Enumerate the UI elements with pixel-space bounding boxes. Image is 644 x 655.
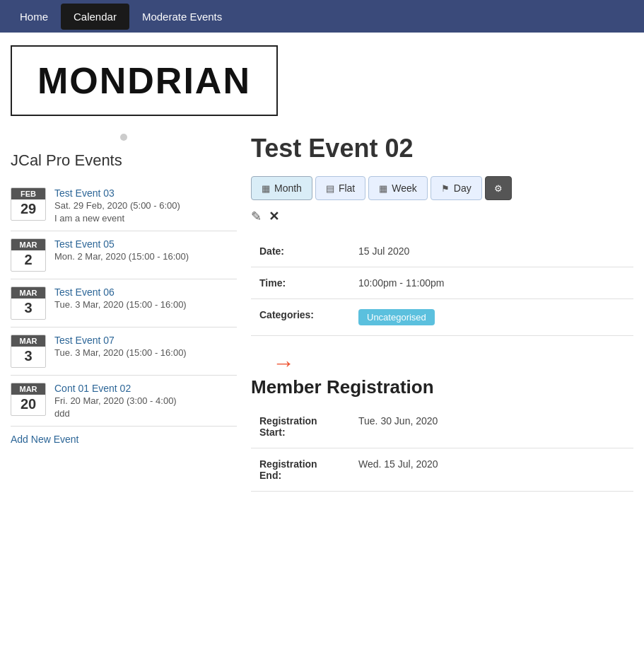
- settings-button[interactable]: ⚙: [485, 176, 512, 200]
- sidebar-event-item: Mar 3 Test Event 06 Tue. 3 Mar, 2020 (15…: [11, 279, 237, 328]
- content-area: Test Event 02 ▦ Month ▤ Flat ▦ Week ⚑ Da…: [251, 130, 633, 506]
- event-datetime: Sat. 29 Feb, 2020 (5:00 - 6:00): [54, 200, 237, 211]
- event-info: Test Event 06 Tue. 3 Mar, 2020 (15:00 - …: [54, 286, 237, 311]
- sidebar-divider: [11, 130, 237, 144]
- main-container: JCal Pro Events Feb 29 Test Event 03 Sat…: [0, 130, 644, 506]
- add-new-event-link[interactable]: Add New Event: [11, 434, 237, 445]
- view-month-button[interactable]: ▦ Month: [251, 176, 312, 200]
- detail-categories-row: Categories: Uncategorised: [251, 299, 633, 336]
- date-value: 15 Jul 2020: [350, 236, 633, 267]
- nav-calendar[interactable]: Calendar: [61, 4, 129, 30]
- reg-end-value: Wed. 15 Jul, 2020: [350, 448, 633, 492]
- logo-area: MONDRIAN: [11, 45, 633, 123]
- event-desc: I am a new event: [54, 213, 237, 224]
- logo-box: MONDRIAN: [11, 45, 278, 116]
- badge-month: Feb: [11, 188, 45, 199]
- reg-end-label: Registration End:: [251, 448, 350, 492]
- categories-label: Categories:: [251, 299, 350, 336]
- event-date-badge: Mar 20: [11, 383, 46, 416]
- sidebar-event-item: Mar 3 Test Event 07 Tue. 3 Mar, 2020 (15…: [11, 328, 237, 376]
- action-icons: ✎ ✕: [251, 209, 633, 224]
- event-datetime: Mon. 2 Mar, 2020 (15:00 - 16:00): [54, 251, 237, 262]
- red-arrow-icon: →: [272, 350, 295, 376]
- event-info: Test Event 07 Tue. 3 Mar, 2020 (15:00 - …: [54, 335, 237, 359]
- event-main-title: Test Event 02: [251, 134, 633, 163]
- week-label: Week: [392, 182, 417, 194]
- event-date-badge: Mar 2: [11, 238, 46, 272]
- month-label: Month: [274, 182, 302, 194]
- reg-end-row: Registration End: Wed. 15 Jul, 2020: [251, 448, 633, 492]
- badge-day: 2: [11, 250, 45, 271]
- view-toolbar: ▦ Month ▤ Flat ▦ Week ⚑ Day ⚙: [251, 176, 633, 200]
- sidebar: JCal Pro Events Feb 29 Test Event 03 Sat…: [11, 130, 237, 506]
- badge-day: 29: [11, 199, 45, 220]
- badge-month: Mar: [11, 239, 45, 250]
- badge-day: 3: [11, 298, 45, 319]
- badge-month: Mar: [11, 383, 45, 395]
- member-registration-title: Member Registration: [251, 376, 633, 398]
- registration-table: Registration Start: Tue. 30 Jun, 2020 Re…: [251, 405, 633, 492]
- time-label: Time:: [251, 267, 350, 299]
- edit-icon[interactable]: ✎: [251, 209, 262, 224]
- detail-date-row: Date: 15 Jul 2020: [251, 236, 633, 267]
- badge-day: 20: [11, 395, 45, 415]
- event-title-link[interactable]: Test Event 05: [54, 238, 115, 250]
- navbar: Home Calendar Moderate Events: [0, 0, 644, 33]
- event-date-badge: Mar 3: [11, 286, 46, 320]
- event-info: Test Event 05 Mon. 2 Mar, 2020 (15:00 - …: [54, 238, 237, 263]
- day-label: Day: [454, 182, 472, 194]
- event-datetime: Fri. 20 Mar, 2020 (3:00 - 4:00): [54, 395, 237, 406]
- divider-dot: [120, 134, 127, 141]
- flat-label: Flat: [339, 182, 355, 194]
- view-day-button[interactable]: ⚑ Day: [431, 176, 482, 200]
- week-icon: ▦: [379, 183, 387, 194]
- sidebar-event-item: Mar 20 Cont 01 Event 02 Fri. 20 Mar, 202…: [11, 376, 237, 427]
- badge-month: Mar: [11, 335, 45, 347]
- flat-icon: ▤: [326, 183, 334, 194]
- event-date-badge: Feb 29: [11, 187, 46, 221]
- event-date-badge: Mar 3: [11, 335, 46, 368]
- event-desc: ddd: [54, 408, 237, 419]
- event-info: Test Event 03 Sat. 29 Feb, 2020 (5:00 - …: [54, 187, 237, 224]
- arrow-section: →: [251, 350, 633, 373]
- month-icon: ▦: [262, 183, 270, 194]
- badge-month: Mar: [11, 287, 45, 298]
- logo-text: MONDRIAN: [37, 60, 251, 101]
- detail-table: Date: 15 Jul 2020 Time: 10:00pm - 11:00p…: [251, 236, 633, 336]
- nav-moderate-events[interactable]: Moderate Events: [129, 4, 235, 30]
- event-title-link[interactable]: Test Event 03: [54, 187, 115, 199]
- category-badge[interactable]: Uncategorised: [358, 309, 435, 325]
- event-title-link[interactable]: Test Event 07: [54, 335, 115, 346]
- event-datetime: Tue. 3 Mar, 2020 (15:00 - 16:00): [54, 347, 237, 358]
- date-label: Date:: [251, 236, 350, 267]
- sidebar-event-item: Feb 29 Test Event 03 Sat. 29 Feb, 2020 (…: [11, 180, 237, 231]
- event-info: Cont 01 Event 02 Fri. 20 Mar, 2020 (3:00…: [54, 383, 237, 419]
- sidebar-events-list: Feb 29 Test Event 03 Sat. 29 Feb, 2020 (…: [11, 180, 237, 427]
- reg-start-row: Registration Start: Tue. 30 Jun, 2020: [251, 405, 633, 448]
- nav-home[interactable]: Home: [7, 4, 61, 30]
- detail-time-row: Time: 10:00pm - 11:00pm: [251, 267, 633, 299]
- event-title-link[interactable]: Test Event 06: [54, 286, 115, 298]
- view-flat-button[interactable]: ▤ Flat: [315, 176, 365, 200]
- event-title-link[interactable]: Cont 01 Event 02: [54, 383, 131, 394]
- reg-start-value: Tue. 30 Jun, 2020: [350, 405, 633, 448]
- day-icon: ⚑: [441, 183, 450, 194]
- reg-start-label: Registration Start:: [251, 405, 350, 448]
- categories-value: Uncategorised: [350, 299, 633, 336]
- gear-icon: ⚙: [494, 183, 503, 194]
- event-datetime: Tue. 3 Mar, 2020 (15:00 - 16:00): [54, 299, 237, 310]
- badge-day: 3: [11, 347, 45, 367]
- time-value: 10:00pm - 11:00pm: [350, 267, 633, 299]
- view-week-button[interactable]: ▦ Week: [368, 176, 428, 200]
- delete-icon[interactable]: ✕: [269, 209, 279, 224]
- sidebar-title: JCal Pro Events: [11, 151, 237, 170]
- sidebar-event-item: Mar 2 Test Event 05 Mon. 2 Mar, 2020 (15…: [11, 231, 237, 279]
